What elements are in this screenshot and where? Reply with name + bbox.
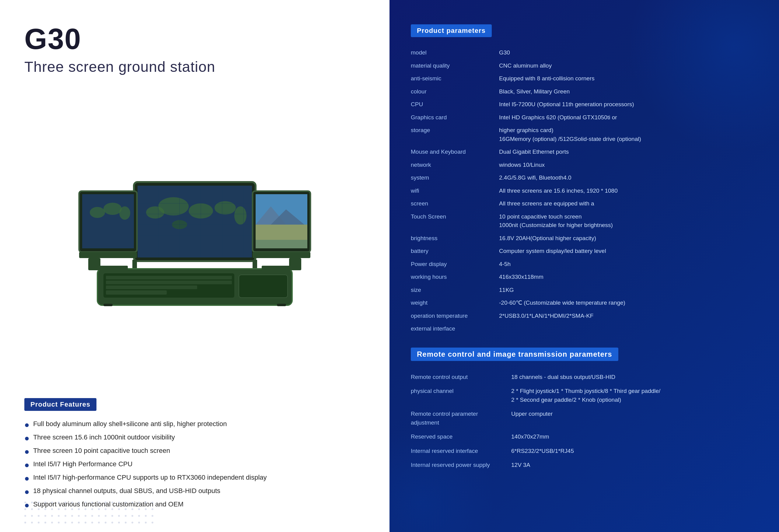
dot-decoration <box>84 522 86 524</box>
remote-param-label: Reserved space <box>411 430 508 444</box>
remote-param-value: 140x70x27mm <box>508 430 758 444</box>
dot-decoration <box>131 515 133 517</box>
dot-decoration <box>91 501 93 504</box>
param-row: screenAll three screens are equipped wit… <box>411 197 758 210</box>
dot-decoration <box>138 515 140 517</box>
dot-decoration <box>84 515 86 517</box>
param-value: 4-5h <box>496 258 758 271</box>
param-label: system <box>411 171 496 184</box>
remote-param-row: Reserved space140x70x27mm <box>411 430 758 444</box>
param-label: Power display <box>411 258 496 271</box>
param-value: Dual Gigabit Ethernet ports <box>496 145 758 159</box>
dot-decoration <box>131 508 133 510</box>
feature-text: Intel I5/I7 High Performance CPU <box>33 460 132 468</box>
dot-decoration <box>98 515 100 517</box>
svg-rect-33 <box>252 259 257 269</box>
param-row: operation temperature2*USB3.0/1*LAN/1*HD… <box>411 309 758 322</box>
product-subtitle: Three screen ground station <box>24 58 365 75</box>
param-label: Graphics card <box>411 111 496 124</box>
svg-rect-41 <box>79 252 137 258</box>
dot-decoration <box>118 501 120 504</box>
dot-decoration <box>78 508 80 510</box>
param-label: weight <box>411 296 496 309</box>
param-row: batteryComputer system display/led batte… <box>411 245 758 258</box>
param-row: brightness16.8V 20AH(Optional higher cap… <box>411 232 758 245</box>
param-row: Graphics cardIntel HD Graphics 620 (Opti… <box>411 111 758 124</box>
remote-param-value: 12V 3A <box>508 458 758 472</box>
param-label: colour <box>411 85 496 98</box>
features-badge: Product Features <box>24 398 97 411</box>
feature-text: Intel I5/I7 high-performance CPU support… <box>33 474 267 481</box>
remote-section: Remote control and image transmission pa… <box>411 348 758 472</box>
dot-decoration <box>105 501 107 504</box>
dot-decoration <box>58 508 60 510</box>
dot-decoration <box>71 515 73 517</box>
param-label: wifi <box>411 184 496 197</box>
param-value: Intel HD Graphics 620 (Optional GTX1050t… <box>496 111 758 124</box>
right-panel: Product parameters modelG30material qual… <box>390 0 779 532</box>
dot-decoration <box>131 501 133 504</box>
dot-decoration <box>98 522 100 524</box>
remote-param-label: Remote control output <box>411 370 508 385</box>
svg-rect-29 <box>256 240 307 248</box>
dot-decoration <box>125 522 127 524</box>
param-row: size11KG <box>411 284 758 297</box>
dot-decoration <box>152 522 154 524</box>
feature-item: ●Three screen 15.6 inch 1000nit outdoor … <box>24 433 365 442</box>
param-value: -20-60℃ (Customizable wide temperature r… <box>496 296 758 309</box>
param-value: All three screens are 15.6 inches, 1920 … <box>496 184 758 197</box>
dot-decoration <box>71 522 73 524</box>
dot-decoration <box>71 508 73 510</box>
dot-decoration <box>152 515 154 517</box>
dot-decoration <box>138 508 140 510</box>
dot-decoration <box>125 501 127 504</box>
product-params-table: modelG30material qualityCNC aluminum all… <box>411 46 758 335</box>
svg-point-23 <box>104 203 122 215</box>
dot-decoration <box>125 508 127 510</box>
param-row: Touch Screen10 point capacitive touch sc… <box>411 210 758 232</box>
remote-param-row: Internal reserved power supply12V 3A <box>411 458 758 472</box>
param-value: 2.4G/5.8G wifi, Bluetooth4.0 <box>496 171 758 184</box>
dot-decoration <box>31 522 33 524</box>
dot-decoration <box>91 515 93 517</box>
product-params-badge: Product parameters <box>411 24 492 37</box>
param-label: CPU <box>411 98 496 111</box>
dot-decoration <box>78 515 80 517</box>
param-row: wifiAll three screens are 15.6 inches, 1… <box>411 184 758 197</box>
remote-param-label: physical channel <box>411 384 508 407</box>
param-label: network <box>411 159 496 172</box>
param-value: 10 point capacitive touch screen 1000nit… <box>496 210 758 232</box>
dot-decoration <box>38 515 40 517</box>
features-list: ●Full body aluminum alloy shell+silicone… <box>24 420 365 510</box>
feature-item: ●Three screen 10 point capacitive touch … <box>24 447 365 456</box>
dot-decoration <box>98 501 100 504</box>
param-label: material quality <box>411 59 496 72</box>
dot-decoration <box>105 515 107 517</box>
dot-decoration <box>51 515 53 517</box>
product-title: G30 <box>24 24 365 54</box>
dot-decoration <box>38 508 40 510</box>
dot-decoration <box>78 501 80 504</box>
svg-rect-40 <box>239 275 288 298</box>
remote-param-label: Internal reserved interface <box>411 444 508 458</box>
param-row: colourBlack, Silver, Military Green <box>411 85 758 98</box>
param-label: size <box>411 284 496 297</box>
param-row: working hours416x330x118mm <box>411 271 758 284</box>
dot-decoration <box>45 501 46 504</box>
dot-decoration <box>24 522 26 524</box>
dot-decoration <box>125 515 127 517</box>
dot-decoration <box>105 522 107 524</box>
param-value: higher graphics card) 16GMemory (optiona… <box>496 124 758 145</box>
dot-decoration <box>152 501 154 504</box>
dot-decoration <box>31 508 33 510</box>
param-label: storage <box>411 124 496 145</box>
param-label: anti-seismic <box>411 72 496 85</box>
svg-rect-36 <box>106 276 232 279</box>
remote-param-value: Upper computer <box>508 407 758 430</box>
dot-decoration <box>145 501 147 504</box>
remote-param-row: Remote control output18 channels - dual … <box>411 370 758 385</box>
dot-decoration <box>24 508 26 510</box>
bullet-icon: ● <box>24 487 29 496</box>
dot-decoration <box>84 501 86 504</box>
dot-decoration <box>38 522 40 524</box>
